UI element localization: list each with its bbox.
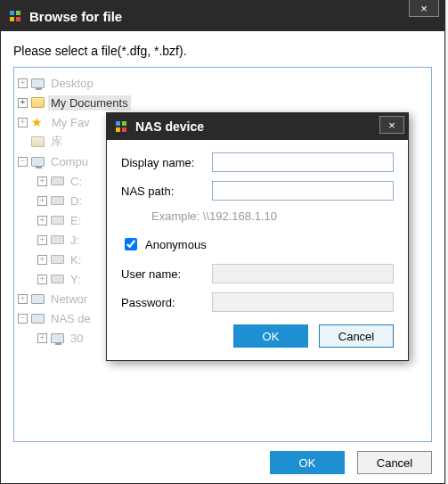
tree-node-label: C: <box>68 174 85 189</box>
username-input[interactable] <box>212 264 394 283</box>
anonymous-row: Anonymous <box>121 235 394 253</box>
drive-icon <box>51 275 64 283</box>
tree-node[interactable]: +Desktop <box>18 73 428 93</box>
tree-node-label: Networ <box>48 291 90 307</box>
display-name-label: Display name: <box>121 156 212 169</box>
dialog-cancel-button[interactable]: Cancel <box>319 324 394 348</box>
dialog-title: NAS device <box>135 119 204 134</box>
instruction-text: Please select a file(*.dfg, *.bzf). <box>13 44 432 58</box>
svg-rect-1 <box>16 11 20 15</box>
password-input[interactable] <box>212 292 394 312</box>
expand-icon[interactable]: + <box>37 235 47 245</box>
svg-rect-3 <box>16 17 20 21</box>
tree-node-label: J: <box>68 233 82 248</box>
expand-icon[interactable]: + <box>18 118 28 127</box>
dialog-ok-button[interactable]: OK <box>233 324 308 348</box>
window-title: Browse for file <box>29 9 122 24</box>
svg-rect-7 <box>122 127 126 132</box>
tree-node-label: NAS de <box>48 311 94 326</box>
network-icon <box>31 314 45 324</box>
display-name-row: Display name: <box>121 152 394 172</box>
tree-node-label: My Documents <box>48 95 131 111</box>
svg-rect-6 <box>116 127 120 132</box>
tree-node-label: Desktop <box>48 76 96 91</box>
dialog-button-bar: OK Cancel <box>121 324 394 348</box>
expand-icon[interactable]: + <box>37 275 47 284</box>
monitor-icon <box>31 157 45 167</box>
anonymous-checkbox[interactable] <box>125 238 137 250</box>
app-icon <box>8 9 22 23</box>
tree-node-label: D: <box>68 193 85 209</box>
collapse-icon[interactable]: − <box>18 314 28 324</box>
nas-device-dialog: NAS device × Display name: NAS path: Exa… <box>106 112 409 361</box>
nas-path-label: NAS path: <box>121 185 212 198</box>
drive-icon <box>51 176 64 185</box>
svg-rect-2 <box>10 17 14 21</box>
dialog-titlebar: NAS device × <box>107 113 408 140</box>
dialog-body: Display name: NAS path: Example: \\192.1… <box>107 140 408 360</box>
tree-node-label: Y: <box>68 272 84 287</box>
expand-icon[interactable]: + <box>37 333 47 343</box>
tree-node-label: K: <box>68 252 84 267</box>
dialog-close-button[interactable]: × <box>379 116 404 134</box>
window-titlebar: Browse for file × <box>1 1 444 31</box>
monitor-icon <box>31 78 45 88</box>
svg-rect-5 <box>122 121 126 126</box>
collapse-icon[interactable]: − <box>18 157 28 167</box>
drive-icon <box>51 255 64 264</box>
window-button-bar: OK Cancel <box>1 442 444 483</box>
nas-path-input[interactable] <box>212 181 394 201</box>
nas-path-example: Example: \\192.168.1.10 <box>151 209 394 223</box>
tree-node-label: My Fav <box>49 115 93 130</box>
expand-icon[interactable]: + <box>18 78 28 88</box>
expand-icon[interactable]: + <box>37 255 47 265</box>
expand-icon[interactable]: + <box>37 196 47 206</box>
expand-icon[interactable]: + <box>18 98 28 108</box>
drive-icon <box>51 235 64 244</box>
anonymous-label[interactable]: Anonymous <box>145 238 207 251</box>
close-icon: × <box>388 119 395 132</box>
display-name-input[interactable] <box>212 152 394 172</box>
tree-node-label: E: <box>68 213 84 228</box>
star-icon: ★ <box>31 116 45 128</box>
expand-icon[interactable]: + <box>18 294 28 304</box>
username-row: User name: <box>121 264 394 283</box>
ok-button[interactable]: OK <box>270 451 345 474</box>
app-icon <box>114 119 128 134</box>
svg-rect-0 <box>10 11 14 15</box>
expand-icon[interactable]: + <box>37 216 47 226</box>
cancel-button[interactable]: Cancel <box>357 451 432 474</box>
folder-icon <box>31 136 45 147</box>
window-close-button[interactable]: × <box>409 0 439 17</box>
nas-path-row: NAS path: <box>121 181 394 201</box>
close-icon: × <box>420 2 428 15</box>
tree-node-label: 30 <box>68 331 86 346</box>
drive-icon <box>51 196 64 205</box>
tree-node-label: 库 <box>48 133 65 151</box>
username-label: User name: <box>121 267 212 281</box>
tree-node-label: Compu <box>48 154 91 169</box>
svg-rect-4 <box>116 121 120 126</box>
expand-icon[interactable]: + <box>37 176 47 186</box>
tree-node[interactable]: +My Documents <box>18 93 428 112</box>
password-row: Password: <box>121 292 394 312</box>
monitor-icon <box>51 333 64 343</box>
folder-icon <box>31 97 45 108</box>
drive-icon <box>51 216 64 225</box>
network-icon <box>31 294 45 304</box>
password-label: Password: <box>121 296 212 309</box>
